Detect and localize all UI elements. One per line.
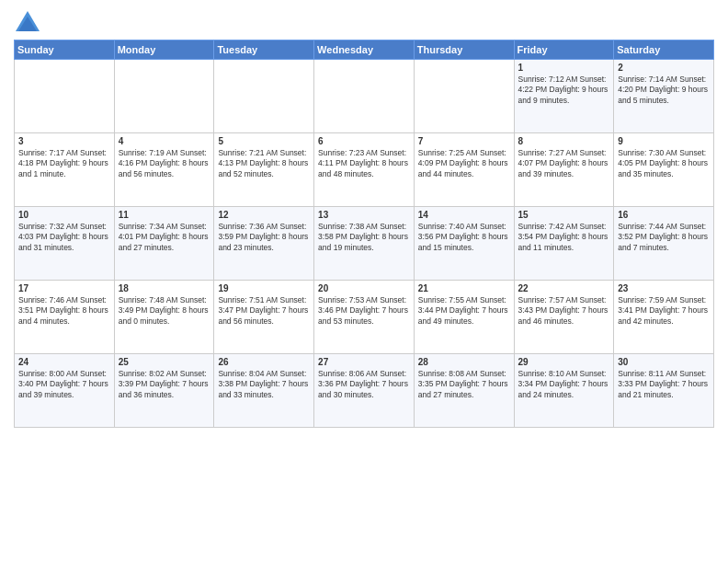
calendar-cell: 13Sunrise: 7:38 AM Sunset: 3:58 PM Dayli… [314, 207, 415, 281]
weekday-header: Thursday [414, 40, 514, 60]
day-info: Sunrise: 7:36 AM Sunset: 3:59 PM Dayligh… [218, 222, 310, 253]
day-number: 25 [119, 357, 210, 367]
calendar-cell: 12Sunrise: 7:36 AM Sunset: 3:59 PM Dayli… [214, 207, 314, 281]
calendar-cell: 17Sunrise: 7:46 AM Sunset: 3:51 PM Dayli… [15, 281, 115, 354]
calendar-cell: 8Sunrise: 7:27 AM Sunset: 4:07 PM Daylig… [514, 133, 614, 207]
calendar-cell [15, 60, 115, 133]
calendar-cell: 3Sunrise: 7:17 AM Sunset: 4:18 PM Daylig… [15, 133, 115, 207]
day-info: Sunrise: 7:42 AM Sunset: 3:54 PM Dayligh… [518, 222, 610, 253]
day-number: 22 [518, 283, 610, 293]
day-number: 26 [218, 357, 310, 367]
day-info: Sunrise: 7:25 AM Sunset: 4:09 PM Dayligh… [418, 148, 510, 179]
weekday-header: Monday [114, 40, 214, 60]
calendar-cell: 1Sunrise: 7:12 AM Sunset: 4:22 PM Daylig… [514, 60, 614, 133]
day-number: 7 [418, 136, 510, 146]
day-info: Sunrise: 8:11 AM Sunset: 3:33 PM Dayligh… [618, 369, 710, 400]
day-info: Sunrise: 7:14 AM Sunset: 4:20 PM Dayligh… [618, 75, 710, 106]
day-number: 14 [418, 210, 510, 220]
day-info: Sunrise: 7:46 AM Sunset: 3:51 PM Dayligh… [18, 295, 110, 327]
calendar-cell: 22Sunrise: 7:57 AM Sunset: 3:43 PM Dayli… [514, 281, 614, 354]
day-info: Sunrise: 7:48 AM Sunset: 3:49 PM Dayligh… [119, 295, 210, 327]
day-number: 28 [418, 357, 510, 367]
day-number: 30 [618, 357, 710, 367]
weekday-header: Sunday [15, 40, 115, 60]
day-number: 8 [518, 136, 610, 146]
day-info: Sunrise: 8:10 AM Sunset: 3:34 PM Dayligh… [518, 369, 610, 400]
weekday-header: Wednesday [314, 40, 415, 60]
calendar-week-row: 17Sunrise: 7:46 AM Sunset: 3:51 PM Dayli… [15, 281, 714, 354]
day-number: 23 [618, 283, 710, 293]
day-info: Sunrise: 8:00 AM Sunset: 3:40 PM Dayligh… [18, 369, 110, 400]
day-number: 4 [119, 136, 210, 146]
calendar-cell: 28Sunrise: 8:08 AM Sunset: 3:35 PM Dayli… [414, 354, 514, 428]
calendar-cell [314, 60, 415, 133]
day-number: 21 [418, 283, 510, 293]
logo-icon [14, 9, 41, 35]
calendar-cell: 10Sunrise: 7:32 AM Sunset: 4:03 PM Dayli… [15, 207, 115, 281]
page-container: SundayMondayTuesdayWednesdayThursdayFrid… [0, 0, 728, 432]
day-info: Sunrise: 7:12 AM Sunset: 4:22 PM Dayligh… [518, 75, 610, 106]
day-info: Sunrise: 7:59 AM Sunset: 3:41 PM Dayligh… [618, 295, 710, 327]
day-number: 10 [18, 210, 110, 220]
weekday-header: Friday [514, 40, 614, 60]
day-number: 17 [18, 283, 110, 293]
calendar-cell: 27Sunrise: 8:06 AM Sunset: 3:36 PM Dayli… [314, 354, 415, 428]
calendar-cell: 20Sunrise: 7:53 AM Sunset: 3:46 PM Dayli… [314, 281, 415, 354]
day-info: Sunrise: 7:34 AM Sunset: 4:01 PM Dayligh… [119, 222, 210, 253]
day-info: Sunrise: 7:32 AM Sunset: 4:03 PM Dayligh… [18, 222, 110, 253]
day-number: 2 [618, 63, 710, 73]
day-info: Sunrise: 7:57 AM Sunset: 3:43 PM Dayligh… [518, 295, 610, 327]
calendar-cell: 7Sunrise: 7:25 AM Sunset: 4:09 PM Daylig… [414, 133, 514, 207]
day-info: Sunrise: 8:02 AM Sunset: 3:39 PM Dayligh… [119, 369, 210, 400]
calendar-cell: 23Sunrise: 7:59 AM Sunset: 3:41 PM Dayli… [614, 281, 714, 354]
calendar-cell: 11Sunrise: 7:34 AM Sunset: 4:01 PM Dayli… [114, 207, 214, 281]
day-info: Sunrise: 7:21 AM Sunset: 4:13 PM Dayligh… [218, 148, 310, 179]
calendar-cell: 9Sunrise: 7:30 AM Sunset: 4:05 PM Daylig… [614, 133, 714, 207]
day-number: 3 [18, 136, 110, 146]
calendar-week-row: 3Sunrise: 7:17 AM Sunset: 4:18 PM Daylig… [15, 133, 714, 207]
day-number: 12 [218, 210, 310, 220]
weekday-header: Tuesday [214, 40, 314, 60]
weekday-header: Saturday [614, 40, 714, 60]
day-info: Sunrise: 7:38 AM Sunset: 3:58 PM Dayligh… [318, 222, 410, 253]
calendar-cell: 25Sunrise: 8:02 AM Sunset: 3:39 PM Dayli… [114, 354, 214, 428]
day-info: Sunrise: 8:04 AM Sunset: 3:38 PM Dayligh… [218, 369, 310, 400]
calendar-cell: 16Sunrise: 7:44 AM Sunset: 3:52 PM Dayli… [614, 207, 714, 281]
day-number: 5 [218, 136, 310, 146]
day-info: Sunrise: 7:30 AM Sunset: 4:05 PM Dayligh… [618, 148, 710, 179]
day-info: Sunrise: 7:23 AM Sunset: 4:11 PM Dayligh… [318, 148, 410, 179]
day-number: 13 [318, 210, 410, 220]
calendar-cell: 24Sunrise: 8:00 AM Sunset: 3:40 PM Dayli… [15, 354, 115, 428]
day-number: 29 [518, 357, 610, 367]
calendar-cell: 15Sunrise: 7:42 AM Sunset: 3:54 PM Dayli… [514, 207, 614, 281]
calendar-table: SundayMondayTuesdayWednesdayThursdayFrid… [14, 40, 714, 428]
calendar-cell: 21Sunrise: 7:55 AM Sunset: 3:44 PM Dayli… [414, 281, 514, 354]
day-info: Sunrise: 7:27 AM Sunset: 4:07 PM Dayligh… [518, 148, 610, 179]
calendar-cell: 29Sunrise: 8:10 AM Sunset: 3:34 PM Dayli… [514, 354, 614, 428]
calendar-cell: 5Sunrise: 7:21 AM Sunset: 4:13 PM Daylig… [214, 133, 314, 207]
calendar-cell: 19Sunrise: 7:51 AM Sunset: 3:47 PM Dayli… [214, 281, 314, 354]
calendar-header-row: SundayMondayTuesdayWednesdayThursdayFrid… [15, 40, 714, 60]
day-number: 16 [618, 210, 710, 220]
day-info: Sunrise: 8:08 AM Sunset: 3:35 PM Dayligh… [418, 369, 510, 400]
calendar-cell: 26Sunrise: 8:04 AM Sunset: 3:38 PM Dayli… [214, 354, 314, 428]
day-info: Sunrise: 7:19 AM Sunset: 4:16 PM Dayligh… [119, 148, 210, 179]
day-number: 6 [318, 136, 410, 146]
day-number: 24 [18, 357, 110, 367]
day-number: 18 [119, 283, 210, 293]
calendar-cell: 4Sunrise: 7:19 AM Sunset: 4:16 PM Daylig… [114, 133, 214, 207]
day-number: 9 [618, 136, 710, 146]
day-number: 11 [119, 210, 210, 220]
day-number: 27 [318, 357, 410, 367]
header [14, 9, 714, 35]
calendar-cell: 18Sunrise: 7:48 AM Sunset: 3:49 PM Dayli… [114, 281, 214, 354]
day-info: Sunrise: 7:53 AM Sunset: 3:46 PM Dayligh… [318, 295, 410, 327]
calendar-cell [214, 60, 314, 133]
day-info: Sunrise: 7:55 AM Sunset: 3:44 PM Dayligh… [418, 295, 510, 327]
logo [14, 9, 45, 35]
calendar-cell [114, 60, 214, 133]
calendar-week-row: 1Sunrise: 7:12 AM Sunset: 4:22 PM Daylig… [15, 60, 714, 133]
day-number: 1 [518, 63, 610, 73]
calendar-cell: 6Sunrise: 7:23 AM Sunset: 4:11 PM Daylig… [314, 133, 415, 207]
calendar-cell: 14Sunrise: 7:40 AM Sunset: 3:56 PM Dayli… [414, 207, 514, 281]
